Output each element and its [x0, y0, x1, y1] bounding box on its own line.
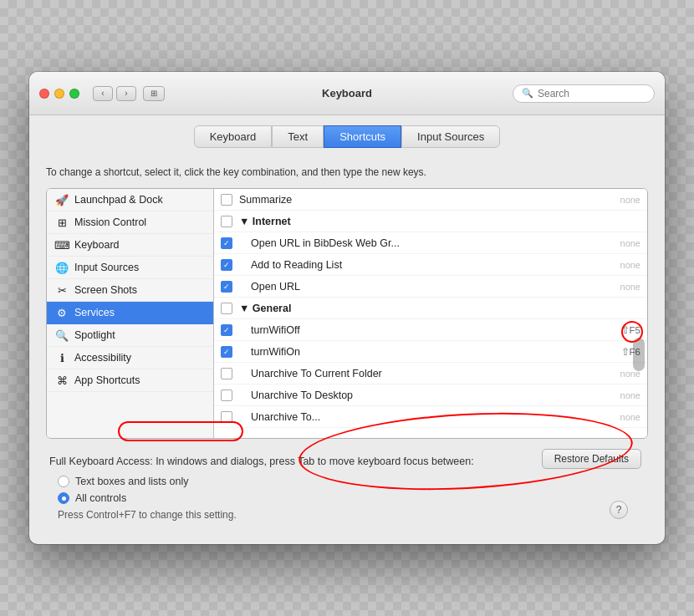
key-bibdesk: none	[620, 238, 640, 248]
radio-option-all-controls[interactable]: All controls	[49, 492, 645, 504]
label-unarchive-to: Unarchive To...	[239, 411, 620, 423]
label-wifi-off: turnWifiOff	[239, 324, 621, 336]
key-summarize: none	[620, 195, 640, 205]
grid-button[interactable]: ⊞	[143, 86, 165, 101]
minimize-button[interactable]	[54, 89, 64, 99]
checkbox-wifi-off[interactable]: ✓	[221, 324, 232, 336]
radio-text-boxes[interactable]	[58, 476, 69, 487]
input-sources-icon: 🌐	[55, 261, 69, 274]
tab-shortcuts[interactable]: Shortcuts	[324, 125, 401, 148]
tabs-bar: Keyboard Text Shortcuts Input Sources	[29, 115, 665, 155]
shortcut-row-unarchive-to[interactable]: Unarchive To... none	[214, 406, 647, 428]
checkbox-wifi-on[interactable]: ✓	[221, 346, 232, 358]
label-internet-header: ▼ Internet	[239, 216, 640, 227]
sidebar-item-spotlight[interactable]: 🔍 Spotlight	[47, 324, 213, 347]
help-button[interactable]: ?	[610, 501, 628, 519]
label-unarchive-current: Unarchive To Current Folder	[239, 368, 620, 379]
checkbox-unarchive-to[interactable]	[221, 411, 232, 423]
right-panel: Summarize none ▼ Internet ✓ Open URL in …	[214, 189, 647, 438]
label-wifi-on: turnWifiOn	[239, 346, 621, 358]
traffic-lights	[39, 89, 79, 99]
key-wifi-off: ⇧F5	[621, 324, 640, 336]
search-icon: 🔍	[522, 88, 533, 99]
shortcut-row-unarchive-current[interactable]: Unarchive To Current Folder none	[214, 363, 647, 384]
search-box[interactable]: 🔍	[513, 84, 655, 103]
content-area: To change a shortcut, select it, click t…	[29, 155, 665, 542]
sidebar-label-mission-control: Mission Control	[74, 216, 146, 228]
sidebar-label-input-sources: Input Sources	[74, 262, 139, 273]
shortcut-row-open-url[interactable]: ✓ Open URL none	[214, 276, 647, 298]
label-unarchive-desktop: Unarchive To Desktop	[239, 389, 620, 401]
sidebar-item-screen-shots[interactable]: ✂ Screen Shots	[47, 279, 213, 302]
sidebar-label-launchpad: Launchpad & Dock	[74, 194, 163, 206]
titlebar: ‹ › ⊞ Keyboard 🔍	[29, 72, 665, 115]
close-button[interactable]	[39, 89, 49, 99]
sidebar-item-launchpad[interactable]: 🚀 Launchpad & Dock	[47, 189, 213, 211]
window-title: Keyboard	[322, 87, 372, 99]
accessibility-icon: ℹ	[55, 351, 69, 364]
restore-defaults-button[interactable]: Restore Defaults	[542, 449, 641, 469]
checkbox-bibdesk[interactable]: ✓	[221, 237, 232, 249]
checkbox-open-url[interactable]: ✓	[221, 281, 232, 293]
shortcut-row-general-header: ▼ General	[214, 298, 647, 319]
nav-buttons: ‹ ›	[93, 86, 136, 101]
radio-all-controls[interactable]	[58, 492, 69, 504]
key-open-url: none	[620, 282, 640, 292]
maximize-button[interactable]	[69, 89, 79, 99]
sidebar-item-app-shortcuts[interactable]: ⌘ App Shortcuts	[47, 369, 213, 392]
sidebar-label-spotlight: Spotlight	[74, 329, 115, 341]
screen-shots-icon: ✂	[55, 283, 69, 297]
app-shortcuts-icon: ⌘	[55, 374, 69, 387]
sidebar-label-accessibility: Accessibility	[74, 352, 131, 364]
sidebar-item-services[interactable]: ⚙ Services	[47, 302, 213, 324]
search-input[interactable]	[538, 88, 646, 99]
shortcut-row-wifi-on[interactable]: ✓ turnWifiOn ⇧F6	[214, 341, 647, 363]
tab-keyboard[interactable]: Keyboard	[194, 125, 273, 148]
sidebar-label-app-shortcuts: App Shortcuts	[74, 374, 140, 386]
sidebar-list: 🚀 Launchpad & Dock ⊞ Mission Control ⌨ K…	[47, 189, 214, 438]
sidebar-item-mission-control[interactable]: ⊞ Mission Control	[47, 211, 213, 234]
label-summarize: Summarize	[239, 194, 620, 206]
mission-control-icon: ⊞	[55, 216, 69, 229]
scroll-indicator[interactable]	[633, 338, 645, 371]
press-text: Press Control+F7 to change this setting.	[49, 509, 645, 521]
keyboard-icon: ⌨	[55, 238, 69, 252]
key-unarchive-desktop: none	[620, 390, 640, 400]
keyboard-window: ‹ › ⊞ Keyboard 🔍 Keyboard Text Shortcuts…	[29, 72, 665, 544]
checkbox-internet[interactable]	[221, 216, 232, 227]
checkbox-reading-list[interactable]: ✓	[221, 259, 232, 271]
sidebar-label-screen-shots: Screen Shots	[74, 284, 137, 296]
label-reading-list: Add to Reading List	[239, 259, 620, 271]
label-bibdesk: Open URL in BibDesk Web Gr...	[239, 237, 620, 249]
services-icon: ⚙	[55, 306, 69, 319]
sidebar-label-keyboard: Keyboard	[74, 239, 120, 251]
radio-label-text-boxes: Text boxes and lists only	[75, 476, 189, 487]
shortcut-row-bibdesk[interactable]: ✓ Open URL in BibDesk Web Gr... none	[214, 232, 647, 254]
forward-button[interactable]: ›	[116, 86, 136, 101]
tab-text[interactable]: Text	[272, 125, 324, 148]
tab-input-sources[interactable]: Input Sources	[401, 125, 500, 148]
shortcut-row-summarize[interactable]: Summarize none	[214, 189, 647, 211]
checkbox-general[interactable]	[221, 303, 232, 314]
radio-option-text-boxes[interactable]: Text boxes and lists only	[49, 476, 645, 487]
sidebar-item-keyboard[interactable]: ⌨ Keyboard	[47, 234, 213, 257]
shortcut-row-reading-list[interactable]: ✓ Add to Reading List none	[214, 254, 647, 276]
sidebar-item-accessibility[interactable]: ℹ Accessibility	[47, 347, 213, 369]
shortcut-row-unarchive-desktop[interactable]: Unarchive To Desktop none	[214, 384, 647, 406]
checkbox-unarchive-desktop[interactable]	[221, 389, 232, 401]
panel-wrapper: 🚀 Launchpad & Dock ⊞ Mission Control ⌨ K…	[46, 188, 648, 439]
label-general-header: ▼ General	[239, 303, 640, 314]
shortcut-row-internet-header: ▼ Internet	[214, 211, 647, 232]
back-button[interactable]: ‹	[93, 86, 113, 101]
radio-label-all-controls: All controls	[75, 492, 126, 504]
checkbox-summarize[interactable]	[221, 194, 232, 206]
sidebar-label-services: Services	[74, 307, 115, 318]
main-panel: 🚀 Launchpad & Dock ⊞ Mission Control ⌨ K…	[46, 188, 648, 439]
sidebar-item-input-sources[interactable]: 🌐 Input Sources	[47, 257, 213, 279]
shortcut-row-wifi-off[interactable]: ✓ turnWifiOff ⇧F5	[214, 319, 647, 341]
checkbox-unarchive-current[interactable]	[221, 368, 232, 379]
spotlight-icon: 🔍	[55, 328, 69, 342]
key-unarchive-to: none	[620, 412, 640, 422]
instruction-text: To change a shortcut, select it, click t…	[46, 166, 648, 178]
key-reading-list: none	[620, 260, 640, 270]
